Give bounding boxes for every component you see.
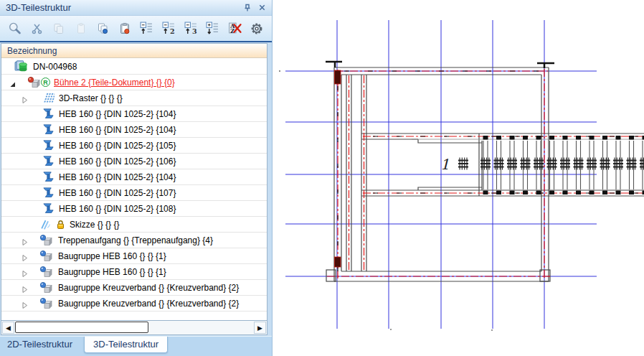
assembly-icon bbox=[39, 281, 52, 294]
beam-icon bbox=[42, 123, 55, 136]
assembly-icon bbox=[39, 266, 52, 278]
tree-row[interactable]: Baugruppe HEB 160 {} {} {1} bbox=[1, 264, 267, 280]
tree-row[interactable]: Baugruppe HEB 160 {} {} {1} bbox=[1, 248, 267, 264]
application-window: 3D-Teilestruktur 23AZ Bezeichnung DN-004… bbox=[0, 0, 644, 356]
disable-sort-icon[interactable]: AZ bbox=[227, 21, 243, 37]
beam-icon bbox=[42, 155, 55, 167]
tree-row[interactable]: Baugruppe Kreuzverband {} {Kreuzverband}… bbox=[1, 280, 267, 296]
tree-item-label: Bühne 2 {Teile-Dokument} {} {0} bbox=[54, 78, 175, 88]
drawing-canvas[interactable]: 1 bbox=[273, 0, 644, 356]
cut-icon[interactable] bbox=[29, 21, 45, 37]
settings-gear-icon[interactable] bbox=[249, 21, 265, 37]
collapse-all-icon[interactable] bbox=[205, 21, 221, 37]
tab-3d-teilestruktur[interactable]: 3D-Teilestruktur bbox=[84, 337, 168, 353]
tree-row[interactable]: 3D-Raster {} {} {} bbox=[1, 90, 267, 106]
close-icon[interactable] bbox=[256, 2, 267, 14]
beam-icon bbox=[42, 108, 55, 120]
tree-item-label: Skizze {} {} {} bbox=[70, 220, 119, 230]
tree-row[interactable]: HEB 160 {} {DIN 1025-2} {107} bbox=[1, 185, 267, 201]
scroll-left-arrow[interactable]: ◀ bbox=[2, 322, 14, 334]
tree-item-label: HEB 160 {} {DIN 1025-2} {104} bbox=[59, 125, 176, 135]
tree-row[interactable]: HEB 160 {} {DIN 1025-2} {105} bbox=[1, 138, 267, 154]
panel-title: 3D-Teilestruktur bbox=[6, 2, 239, 13]
tree-item-label: Baugruppe Kreuzverband {} {Kreuzverband}… bbox=[58, 299, 239, 309]
expand-arrow-icon[interactable] bbox=[21, 236, 29, 244]
stair-treads bbox=[458, 136, 644, 195]
beam-icon bbox=[42, 187, 55, 199]
raster-icon bbox=[42, 92, 55, 104]
expand-arrow-icon[interactable] bbox=[21, 284, 29, 291]
tree-item-label: HEB 160 {} {DIN 1025-2} {106} bbox=[59, 156, 176, 167]
expand-level-3-icon[interactable]: 3 bbox=[183, 21, 199, 37]
copy-icon[interactable] bbox=[51, 21, 67, 37]
position-number-label: 1 bbox=[440, 156, 450, 173]
beam-icon bbox=[42, 202, 55, 215]
beam-icon bbox=[42, 139, 55, 151]
scroll-right-arrow[interactable]: ▶ bbox=[254, 322, 266, 334]
referenced-part-badge: R bbox=[41, 78, 50, 87]
tab-2d-teilestruktur[interactable]: 2D-Teilestruktur bbox=[7, 337, 72, 352]
find-in-structure-icon[interactable] bbox=[7, 21, 23, 37]
assembly-icon bbox=[27, 76, 40, 88]
expand-arrow-icon[interactable] bbox=[21, 94, 29, 102]
tree-container: Bezeichnung DN-004968RBühne 2 {Teile-Dok… bbox=[1, 43, 267, 335]
tree-item-label: Baugruppe HEB 160 {} {} {1} bbox=[58, 251, 166, 261]
assembly-icon bbox=[39, 297, 52, 309]
expand-arrow-icon[interactable] bbox=[21, 252, 29, 260]
tree-item-label: HEB 160 {} {DIN 1025-2} {104} bbox=[59, 109, 176, 119]
tree-row[interactable]: HEB 160 {} {DIN 1025-2} {104} bbox=[1, 169, 267, 185]
parts-structure-panel: 3D-Teilestruktur 23AZ Bezeichnung DN-004… bbox=[0, 0, 273, 356]
assembly-icon bbox=[39, 250, 52, 262]
tree-item-label: Treppenaufgang {} {Treppenaufgang} {4} bbox=[58, 235, 213, 245]
paste-with-reference-icon[interactable] bbox=[117, 21, 133, 37]
tree-item-label: Baugruppe HEB 160 {} {} {1} bbox=[58, 267, 166, 277]
scrollbar-thumb[interactable] bbox=[15, 322, 148, 333]
paste-icon[interactable] bbox=[73, 21, 89, 37]
document-part-icon bbox=[14, 60, 27, 72]
svg-text:3: 3 bbox=[192, 27, 197, 35]
svg-text:2: 2 bbox=[170, 27, 175, 35]
expand-arrow-icon[interactable] bbox=[21, 268, 29, 276]
tree-item-label: HEB 160 {} {DIN 1025-2} {107} bbox=[59, 188, 176, 198]
panel-tabstrip: 2D-Teilestruktur3D-Teilestruktur bbox=[0, 336, 272, 356]
tree-item-label: HEB 160 {} {DIN 1025-2} {105} bbox=[59, 141, 176, 151]
tree-row[interactable]: HEB 160 {} {DIN 1025-2} {108} bbox=[1, 201, 267, 217]
centerline-black-dashes bbox=[338, 71, 644, 273]
panel-toolbar: 23AZ bbox=[0, 16, 272, 42]
tree-item-label: HEB 160 {} {DIN 1025-2} {104} bbox=[59, 172, 176, 182]
lock-icon bbox=[56, 220, 65, 230]
panel-titlebar: 3D-Teilestruktur bbox=[0, 0, 272, 16]
collapse-arrow-icon[interactable] bbox=[9, 78, 16, 86]
column-header-bezeichnung[interactable]: Bezeichnung bbox=[1, 44, 267, 58]
tree-item-label: HEB 160 {} {DIN 1025-2} {108} bbox=[59, 204, 176, 214]
copy-with-reference-icon[interactable] bbox=[95, 21, 111, 37]
tree-item-label: Baugruppe Kreuzverband {} {Kreuzverband}… bbox=[58, 283, 239, 293]
beam-icon bbox=[42, 171, 55, 183]
expand-level-1-icon[interactable] bbox=[139, 21, 155, 37]
tree-item-label: DN-004968 bbox=[33, 62, 77, 72]
tree-row[interactable]: Treppenaufgang {} {Treppenaufgang} {4} bbox=[1, 233, 267, 248]
assembly-icon bbox=[39, 234, 52, 246]
tree-row[interactable]: Skizze {} {} {} bbox=[1, 217, 267, 233]
tree-row[interactable]: RBühne 2 {Teile-Dokument} {} {0} bbox=[1, 75, 267, 90]
horizontal-scrollbar[interactable]: ◀ ▶ bbox=[1, 320, 267, 334]
tree-row[interactable]: HEB 160 {} {DIN 1025-2} {106} bbox=[1, 154, 267, 169]
expand-level-2-icon[interactable]: 2 bbox=[161, 21, 177, 37]
expand-arrow-icon[interactable] bbox=[21, 299, 29, 307]
tree-row[interactable]: DN-004968 bbox=[1, 59, 267, 75]
tree-row[interactable]: HEB 160 {} {DIN 1025-2} {104} bbox=[1, 106, 267, 122]
pin-icon[interactable] bbox=[242, 2, 253, 14]
sketch-icon bbox=[40, 218, 53, 230]
parts-tree: DN-004968RBühne 2 {Teile-Dokument} {} {0… bbox=[1, 59, 267, 320]
tree-row[interactable]: Baugruppe Kreuzverband {} {Kreuzverband}… bbox=[1, 296, 267, 312]
tree-row[interactable]: HEB 160 {} {DIN 1025-2} {104} bbox=[1, 122, 267, 138]
tree-item-label: 3D-Raster {} {} {} bbox=[59, 93, 123, 103]
